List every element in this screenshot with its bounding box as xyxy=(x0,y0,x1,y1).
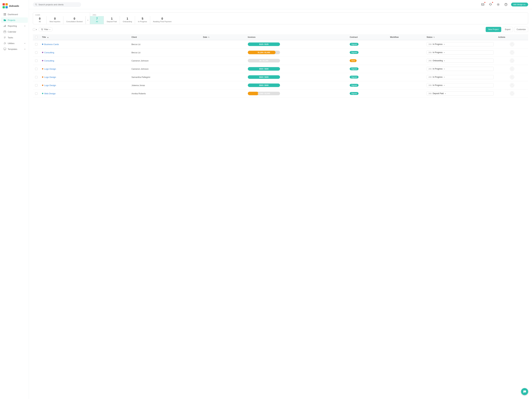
invoice-bar-text: $0 / $1,200 xyxy=(248,59,280,63)
sidebar-item-templates[interactable]: Templates ▾ xyxy=(1,46,28,52)
status-dropdown[interactable]: Job: In Progress ▾ xyxy=(427,42,494,46)
sidebar-item-label: Dashboard xyxy=(8,13,25,16)
status-arrow-icon: ▾ xyxy=(444,76,445,78)
row-action-circle-button[interactable] xyxy=(510,58,514,63)
row-contract-cell: Signed xyxy=(348,65,388,73)
export-button[interactable]: Export xyxy=(503,27,513,32)
table-body: Business Cards Becca Liz $125 / $125 Sig… xyxy=(33,40,528,98)
date-sort-icon: ⇅ xyxy=(208,36,209,38)
user-avatar-chip[interactable]: dub design co. xyxy=(511,3,528,6)
row-checkbox[interactable] xyxy=(35,43,38,45)
row-action-circle-button[interactable] xyxy=(510,50,514,55)
row-client-cell: Becca Liz xyxy=(129,48,201,57)
jobs-tab-onboarding[interactable]: 1 Onboarding xyxy=(120,16,135,24)
leads-tab-all[interactable]: 0 All xyxy=(33,16,47,24)
project-title-text[interactable]: Logo Design xyxy=(44,76,56,78)
jobs-section-header: Jobs xyxy=(90,13,528,16)
svg-point-21 xyxy=(511,76,513,78)
row-action-circle-button[interactable] xyxy=(510,75,514,79)
row-action-circle-button[interactable] xyxy=(510,42,514,46)
svg-rect-5 xyxy=(5,13,6,14)
sidebar-item-dashboard[interactable]: Dashboard xyxy=(1,12,28,17)
sidebar-item-tasks[interactable]: Tasks xyxy=(1,35,28,40)
jobs-tab-awaiting-final[interactable]: 0 Awaiting Final Payment xyxy=(150,16,174,24)
logo[interactable]: dubsado xyxy=(0,2,29,12)
table-header-row: Title ▲ Client Date ⇅ Invoices Contract … xyxy=(33,34,528,40)
jobs-tab-in-progress[interactable]: 5 In Progress xyxy=(135,16,150,24)
project-title-text[interactable]: Consulting xyxy=(44,51,54,54)
status-arrow-icon: ▾ xyxy=(444,68,445,70)
jobs-in-progress-count: 5 xyxy=(138,17,147,20)
project-title-text[interactable]: Logo Design xyxy=(44,84,56,87)
sidebar-item-calendar[interactable]: Calendar xyxy=(1,29,28,34)
leads-tab-new-inquiries[interactable]: 0 New Inquiries xyxy=(47,16,63,24)
row-action-circle-button[interactable] xyxy=(510,67,514,71)
notification-badge xyxy=(492,2,493,3)
select-all-chevron[interactable]: ▾ xyxy=(36,28,37,31)
jobs-tab-deposit-paid[interactable]: 1 Deposit Paid xyxy=(104,16,120,24)
row-date-cell xyxy=(201,48,246,57)
mail-button[interactable] xyxy=(480,2,485,7)
project-title-text[interactable]: Web Design xyxy=(44,92,56,95)
row-action-circle-button[interactable] xyxy=(510,83,514,87)
col-header-date[interactable]: Date ⇅ xyxy=(201,34,246,40)
leads-all-count: 0 xyxy=(36,17,44,20)
row-contract-cell: Signed xyxy=(348,73,388,81)
row-checkbox[interactable] xyxy=(35,92,38,95)
select-all-checkbox[interactable] xyxy=(33,28,35,31)
col-header-title[interactable]: Title ▲ xyxy=(40,34,129,40)
status-dropdown[interactable]: Job: In Progress ▾ xyxy=(427,67,494,71)
new-project-button[interactable]: New Project xyxy=(486,27,501,32)
row-title-cell: Business Cards xyxy=(40,40,129,48)
invoice-bar-text: $1,200 / $1,400 xyxy=(248,51,280,54)
row-checkbox[interactable] xyxy=(35,68,38,70)
search-input[interactable] xyxy=(38,3,79,6)
leads-nav-arrow[interactable]: › xyxy=(86,16,90,24)
row-contract-cell: Signed xyxy=(348,40,388,48)
chat-bubble-button[interactable] xyxy=(521,388,528,395)
status-dropdown[interactable]: Job: Onboarding ▾ xyxy=(427,58,494,63)
help-button[interactable] xyxy=(503,2,508,7)
status-dropdown[interactable]: Job: In Progress ▾ xyxy=(427,75,494,79)
project-title-text[interactable]: Business Cards xyxy=(44,43,59,45)
settings-button[interactable] xyxy=(496,2,501,7)
status-label: Job: xyxy=(428,68,432,70)
row-status-cell: Job: Deposit Paid ▾ xyxy=(424,89,496,98)
jobs-all-label: All xyxy=(93,21,101,23)
svg-rect-3 xyxy=(6,6,8,8)
row-action-circle-button[interactable] xyxy=(510,91,514,95)
col-header-status[interactable]: Status ⇅ xyxy=(424,34,496,40)
jobs-tab-all[interactable]: 7 All xyxy=(90,16,104,24)
status-dropdown[interactable]: Job: In Progress ▾ xyxy=(427,83,494,87)
status-dropdown[interactable]: Job: Deposit Paid ▾ xyxy=(427,91,494,95)
row-checkbox[interactable] xyxy=(35,60,38,62)
row-workflow-cell xyxy=(388,65,424,73)
sidebar-item-reporting[interactable]: Reporting ▾ xyxy=(1,23,28,29)
row-checkbox[interactable] xyxy=(35,51,38,54)
client-name: Samantha Pellegrini xyxy=(132,76,150,78)
row-client-cell: Cameron Johnson xyxy=(129,57,201,65)
search-bar[interactable] xyxy=(33,2,81,7)
notifications-button[interactable] xyxy=(488,2,493,7)
leads-section: Leads 0 All 0 New Inquiries 0 Consultati xyxy=(33,13,90,24)
svg-rect-11 xyxy=(4,31,6,33)
header-checkbox[interactable] xyxy=(35,36,38,38)
leads-tab-consultation[interactable]: 0 Consultation Booked xyxy=(63,16,86,24)
row-checkbox[interactable] xyxy=(35,84,38,87)
filter-button[interactable]: Filter ▾ xyxy=(39,27,53,32)
project-title-text[interactable]: Logo Design xyxy=(44,68,56,70)
row-client-cell: Samantha Pellegrini xyxy=(129,73,201,81)
status-dropdown[interactable]: Job: In Progress ▾ xyxy=(427,50,494,55)
status-label: Job: xyxy=(428,92,432,95)
leads-tabs: 0 All 0 New Inquiries 0 Consultation Boo… xyxy=(33,16,90,24)
invoice-bar-text: $500 / $500 xyxy=(248,75,280,79)
invoice-bar: $125 / $125 xyxy=(248,43,280,46)
sidebar-item-utilities[interactable]: Utilities ▾ xyxy=(1,41,28,46)
row-checkbox[interactable] xyxy=(35,76,38,78)
customize-button[interactable]: Customize xyxy=(514,27,528,32)
project-title-text[interactable]: Consulting xyxy=(44,60,54,62)
project-dot xyxy=(42,52,43,53)
row-status-cell: Job: In Progress ▾ xyxy=(424,73,496,81)
contract-badge: Signed xyxy=(350,76,358,78)
sidebar-item-projects[interactable]: Projects xyxy=(1,17,28,23)
